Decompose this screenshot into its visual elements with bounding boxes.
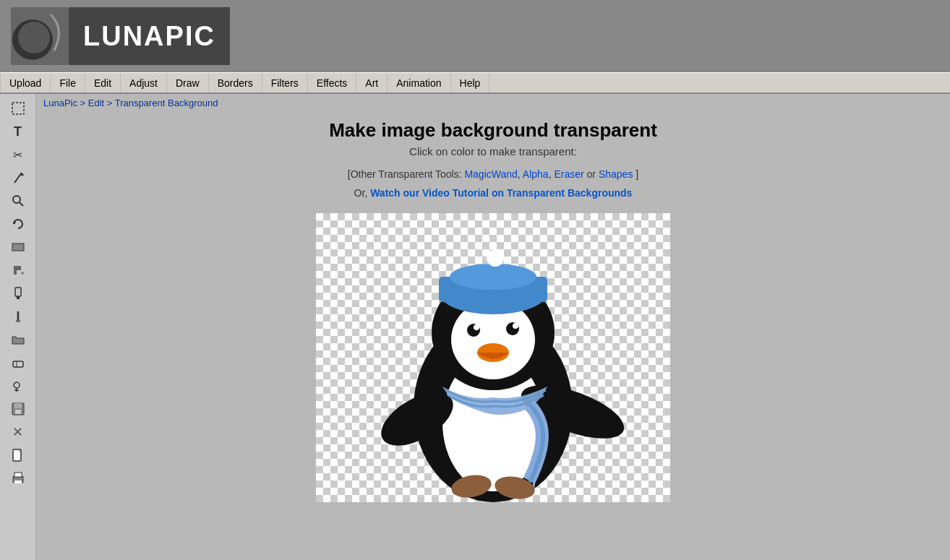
tool-rectangle[interactable] bbox=[5, 236, 31, 258]
header: LUNAPIC bbox=[0, 0, 950, 72]
tools-suffix: ] bbox=[636, 168, 638, 180]
svg-rect-12 bbox=[17, 296, 20, 299]
logo-text: LUNAPIC bbox=[83, 21, 215, 52]
nav-effects[interactable]: Effects bbox=[308, 73, 357, 92]
tool-pencil[interactable] bbox=[5, 167, 31, 189]
breadcrumb: LunaPic > Edit > Transparent Background bbox=[36, 94, 950, 112]
main-layout: T ✂ ✕ bbox=[0, 94, 950, 560]
image-canvas[interactable] bbox=[316, 213, 670, 502]
breadcrumb-sep2: > bbox=[107, 98, 115, 108]
svg-point-14 bbox=[16, 319, 20, 322]
nav-edit[interactable]: Edit bbox=[85, 73, 121, 92]
breadcrumb-lunapic[interactable]: LunaPic bbox=[43, 98, 77, 108]
svg-point-36 bbox=[513, 323, 518, 329]
tool-new[interactable] bbox=[5, 444, 31, 466]
logo-text-box: LUNAPIC bbox=[69, 7, 230, 65]
nav-upload[interactable]: Upload bbox=[0, 73, 51, 92]
tool-paint-bucket[interactable] bbox=[5, 259, 31, 281]
tool-folder[interactable] bbox=[5, 329, 31, 350]
svg-line-7 bbox=[20, 202, 23, 206]
svg-point-10 bbox=[21, 272, 24, 275]
nav-filters[interactable]: Filters bbox=[262, 73, 308, 92]
page-title: Make image background transparent bbox=[329, 119, 657, 142]
video-tutorial-link[interactable]: Watch our Video Tutorial on Transparent … bbox=[370, 187, 632, 199]
tool-link-magicwand[interactable]: MagicWand bbox=[464, 168, 517, 180]
svg-rect-9 bbox=[12, 244, 24, 251]
sidebar: T ✂ ✕ bbox=[0, 94, 36, 560]
svg-rect-15 bbox=[13, 361, 23, 367]
breadcrumb-current: Transparent Background bbox=[115, 98, 218, 108]
video-line: Or, Watch our Video Tutorial on Transpar… bbox=[354, 187, 633, 199]
penguin-image[interactable] bbox=[316, 213, 670, 502]
tool-rotate[interactable] bbox=[5, 213, 31, 235]
logo-container: LUNAPIC bbox=[11, 7, 230, 65]
tool-print[interactable] bbox=[5, 468, 31, 489]
breadcrumb-sep1: > bbox=[80, 98, 88, 108]
page-content: Make image background transparent Click … bbox=[36, 112, 950, 509]
tool-save[interactable] bbox=[5, 398, 31, 420]
svg-rect-22 bbox=[15, 410, 21, 414]
svg-point-33 bbox=[474, 324, 479, 330]
logo-icon bbox=[11, 7, 69, 65]
tools-or: or bbox=[587, 168, 599, 180]
svg-rect-21 bbox=[14, 403, 22, 408]
svg-rect-11 bbox=[15, 288, 21, 296]
tool-eraser[interactable] bbox=[5, 352, 31, 374]
tool-selection[interactable] bbox=[5, 98, 31, 119]
tool-zoom[interactable] bbox=[5, 190, 31, 212]
nav-menu: Upload File Edit Adjust Draw Borders Fil… bbox=[0, 72, 950, 94]
svg-point-42 bbox=[450, 264, 536, 290]
svg-rect-26 bbox=[14, 481, 22, 483]
tool-close[interactable]: ✕ bbox=[5, 421, 31, 443]
tool-clone[interactable] bbox=[5, 375, 31, 397]
nav-animation[interactable]: Animation bbox=[388, 73, 450, 92]
svg-rect-3 bbox=[12, 103, 24, 114]
tool-text[interactable]: T bbox=[5, 121, 31, 142]
svg-point-6 bbox=[13, 196, 20, 203]
nav-help[interactable]: Help bbox=[451, 73, 490, 92]
breadcrumb-edit[interactable]: Edit bbox=[88, 98, 104, 108]
nav-file[interactable]: File bbox=[51, 73, 85, 92]
tools-prefix: [Other Transparent Tools: bbox=[348, 168, 465, 180]
tool-cut[interactable]: ✂ bbox=[5, 144, 31, 165]
tools-line: [Other Transparent Tools: MagicWand, Alp… bbox=[348, 168, 638, 180]
nav-borders[interactable]: Borders bbox=[209, 73, 262, 92]
tool-eyedropper[interactable] bbox=[5, 283, 31, 304]
nav-art[interactable]: Art bbox=[356, 73, 388, 92]
tool-link-alpha[interactable]: Alpha bbox=[523, 168, 549, 180]
content-area: LunaPic > Edit > Transparent Background … bbox=[36, 94, 950, 560]
nav-adjust[interactable]: Adjust bbox=[121, 73, 167, 92]
svg-point-2 bbox=[18, 22, 50, 53]
svg-rect-25 bbox=[14, 473, 22, 477]
page-subtitle: Click on color to make transparent: bbox=[409, 145, 577, 158]
nav-draw[interactable]: Draw bbox=[167, 73, 209, 92]
video-prefix: Or, bbox=[354, 187, 371, 199]
tool-link-eraser[interactable]: Eraser bbox=[554, 168, 583, 180]
svg-point-17 bbox=[14, 382, 20, 388]
tool-brush[interactable] bbox=[5, 306, 31, 327]
tool-link-shapes[interactable]: Shapes bbox=[599, 168, 633, 180]
svg-point-43 bbox=[487, 249, 504, 267]
